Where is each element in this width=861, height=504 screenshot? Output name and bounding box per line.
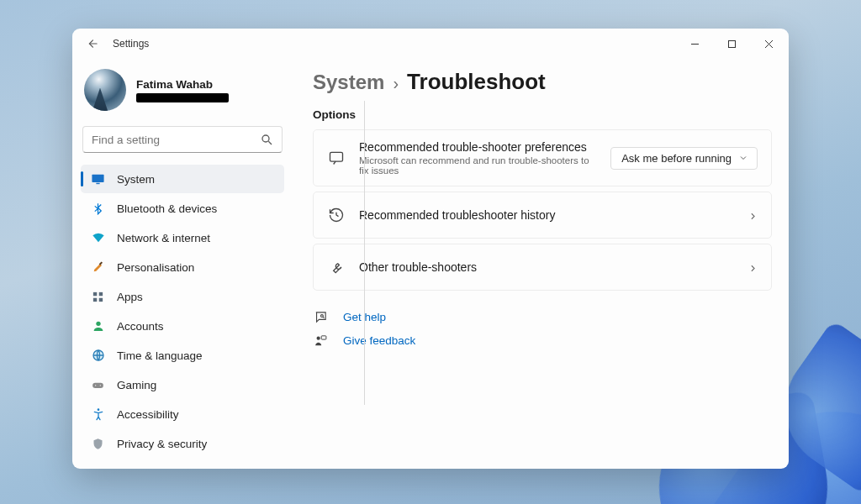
sidebar-item-accessibility[interactable]: Accessibility: [81, 400, 284, 428]
get-help-link[interactable]: Get help: [313, 309, 772, 324]
dropdown-value: Ask me before running: [621, 152, 732, 165]
card-troubleshooter-prefs[interactable]: Recommended trouble-shooter preferences …: [313, 129, 772, 186]
app-title: Settings: [113, 38, 149, 50]
nav: System Bluetooth & devices Network & int…: [81, 165, 284, 458]
globe-clock-icon: [91, 349, 105, 363]
svg-point-4: [262, 135, 269, 142]
svg-rect-6: [92, 174, 103, 181]
svg-point-13: [96, 322, 100, 326]
svg-point-17: [100, 385, 101, 386]
breadcrumb-parent[interactable]: System: [313, 71, 384, 94]
card-other-troubleshooters[interactable]: Other trouble-shooters: [313, 244, 772, 291]
chevron-right-icon: [747, 262, 758, 272]
shield-icon: [91, 437, 105, 451]
avatar: [84, 69, 126, 111]
sidebar-item-apps[interactable]: Apps: [81, 282, 284, 311]
svg-rect-12: [99, 297, 103, 301]
feedback-person-icon: [313, 333, 328, 348]
titlebar: Settings: [72, 29, 789, 59]
bluetooth-icon: [91, 202, 105, 216]
sidebar-item-label: Personalisation: [117, 261, 194, 274]
svg-rect-11: [93, 297, 97, 301]
breadcrumb: System › Troubleshoot: [313, 69, 772, 95]
card-title: Recommended trouble-shooter preferences: [359, 140, 597, 154]
svg-rect-15: [92, 382, 103, 387]
sidebar-item-label: Network & internet: [117, 232, 210, 244]
prefs-dropdown[interactable]: Ask me before running: [610, 147, 758, 170]
settings-window: Settings Fatima Wahab: [72, 29, 789, 469]
chevron-right-icon: [747, 210, 758, 220]
help-bubble-icon: [313, 309, 328, 324]
svg-rect-19: [330, 152, 343, 161]
profile-name: Fatima Wahab: [136, 78, 229, 91]
sidebar-item-time-language[interactable]: Time & language: [81, 341, 284, 370]
card-title: Recommended troubleshooter history: [359, 208, 734, 222]
wifi-icon: [91, 231, 105, 245]
svg-rect-1: [728, 40, 735, 47]
svg-rect-10: [99, 291, 103, 295]
wrench-icon: [327, 258, 346, 276]
sidebar-item-personalisation[interactable]: Personalisation: [81, 253, 284, 281]
svg-rect-22: [321, 335, 326, 339]
card-title: Other trouble-shooters: [359, 260, 734, 274]
person-icon: [91, 319, 105, 333]
profile-block[interactable]: Fatima Wahab: [81, 64, 284, 124]
sidebar-item-bluetooth[interactable]: Bluetooth & devices: [81, 194, 284, 223]
chevron-down-icon: [738, 153, 748, 163]
section-heading: Options: [313, 108, 772, 121]
history-icon: [327, 206, 346, 224]
sidebar-item-label: System: [117, 173, 155, 186]
sidebar-item-system[interactable]: System: [81, 165, 284, 193]
search-input[interactable]: [92, 134, 260, 146]
sidebar-item-label: Privacy & security: [117, 438, 207, 450]
sidebar-divider: [364, 101, 365, 405]
help-links: Get help Give feedback: [313, 309, 772, 348]
chevron-right-icon: ›: [393, 74, 399, 93]
svg-point-16: [95, 385, 96, 386]
search-icon: [260, 133, 273, 146]
sidebar-item-accounts[interactable]: Accounts: [81, 312, 284, 340]
maximize-button[interactable]: [713, 31, 750, 56]
svg-point-21: [316, 336, 320, 339]
profile-email-redacted: [136, 93, 229, 102]
main-content: System › Troubleshoot Options Recommende…: [293, 59, 789, 469]
sidebar-item-label: Apps: [117, 291, 143, 303]
card-subtitle: Microsoft can recommend and run trouble-…: [359, 155, 597, 176]
sidebar-item-gaming[interactable]: Gaming: [81, 370, 284, 399]
sidebar-item-label: Time & language: [117, 349, 203, 362]
svg-rect-7: [96, 182, 99, 183]
svg-point-18: [97, 408, 99, 411]
accessibility-icon: [91, 407, 105, 422]
sidebar-item-label: Accessibility: [117, 408, 179, 421]
search-box[interactable]: [82, 126, 283, 153]
svg-rect-9: [93, 291, 97, 295]
monitor-icon: [91, 172, 105, 186]
sidebar-item-label: Bluetooth & devices: [117, 202, 217, 215]
back-button[interactable]: [84, 34, 103, 53]
page-title: Troubleshoot: [407, 69, 546, 95]
paintbrush-icon: [91, 260, 105, 275]
card-troubleshooter-history[interactable]: Recommended troubleshooter history: [313, 192, 772, 239]
gamepad-icon: [91, 378, 105, 392]
sidebar: Fatima Wahab System: [72, 59, 293, 469]
give-feedback-link[interactable]: Give feedback: [313, 333, 772, 348]
chat-bubble-icon: [327, 149, 346, 167]
apps-icon: [91, 290, 105, 304]
sidebar-item-label: Accounts: [117, 320, 164, 333]
sidebar-item-privacy[interactable]: Privacy & security: [81, 429, 284, 458]
svg-line-5: [268, 141, 272, 144]
feedback-link-text[interactable]: Give feedback: [343, 334, 415, 347]
sidebar-item-label: Gaming: [117, 379, 156, 391]
svg-point-20: [320, 314, 323, 317]
minimize-button[interactable]: [676, 31, 713, 56]
close-button[interactable]: [750, 31, 787, 56]
sidebar-item-network[interactable]: Network & internet: [81, 223, 284, 252]
